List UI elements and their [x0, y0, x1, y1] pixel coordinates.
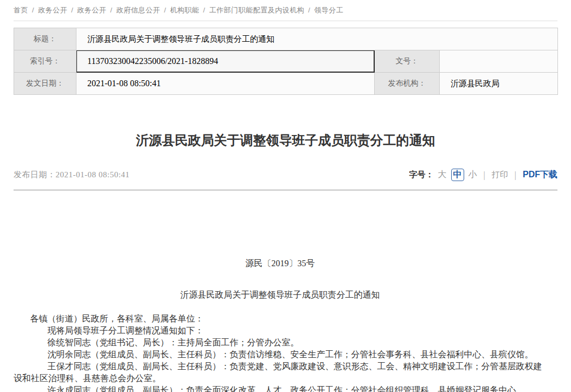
breadcrumb-separator: / [203, 6, 206, 14]
breadcrumb-item[interactable]: 首页 [14, 6, 28, 14]
pdf-download-button[interactable]: PDF下载 [523, 169, 557, 181]
document-paragraph: 王保才同志（党组成员、副局长、主任科员）：负责党建、党风廉政建设、意识形态、工会… [14, 361, 547, 384]
toolbar-separator: | [515, 170, 516, 180]
breadcrumb-separator: / [71, 6, 73, 14]
article-toolbar: 字号： 大 中 小 | 打印 | PDF下载 [409, 169, 557, 181]
breadcrumb-item[interactable]: 政府信息公开 [116, 6, 160, 14]
font-size-medium-button[interactable]: 中 [451, 169, 464, 181]
breadcrumb-separator: / [32, 6, 34, 14]
table-row: 发文日期： 2021-01-08 08:50:41 发布机构： 沂源县民政局 [14, 73, 558, 95]
breadcrumb-item[interactable]: 领导分工 [314, 6, 343, 14]
font-size-small-button[interactable]: 小 [469, 169, 477, 181]
table-row: 标题： 沂源县民政局关于调整领导班子成员职责分工的通知 [14, 28, 558, 50]
breadcrumb-item[interactable]: 政务公开 [77, 6, 106, 14]
breadcrumb-divider [14, 21, 557, 21]
publish-date-label: 发布日期： [14, 170, 56, 179]
index-number-label: 索引号： [14, 50, 76, 73]
breadcrumb-separator: / [110, 6, 112, 14]
font-size-large-button[interactable]: 大 [438, 169, 447, 181]
breadcrumb: 首页/政务公开/政务公开/政府信息公开/机构职能/工作部门职能配置及内设机构/领… [14, 0, 557, 15]
title-value: 沂源县民政局关于调整领导班子成员职责分工的通知 [76, 28, 558, 50]
publish-org-label: 发布机构： [375, 73, 440, 95]
breadcrumb-item[interactable]: 机构职能 [170, 6, 200, 14]
toolbar-separator: | [484, 170, 485, 180]
document-paragraph: 许永成同志（党组成员、副局长）：负责全面深化改革、人才、政务公开工作；分管社会组… [14, 384, 547, 392]
document-paragraph: 现将局领导班子分工调整情况通知如下： [14, 325, 547, 337]
title-label: 标题： [14, 28, 76, 50]
publish-org-value: 沂源县民政局 [440, 73, 558, 95]
breadcrumb-item[interactable]: 工作部门职能配置及内设机构 [209, 6, 305, 14]
document-meta-table: 标题： 沂源县民政局关于调整领导班子成员职责分工的通知 索引号： 1137032… [14, 28, 558, 95]
document-paragraph: 各镇（街道）民政所，各科室、局属各单位： [14, 313, 547, 325]
table-row: 索引号： 113703230042235006/2021-1828894 文号： [14, 50, 558, 73]
print-button[interactable]: 打印 [492, 170, 508, 180]
page-title: 沂源县民政局关于调整领导班子成员职责分工的通知 [14, 132, 557, 149]
document-body: 源民〔2019〕35号 沂源县民政局关于调整领导班子成员职责分工的通知 各镇（街… [14, 190, 557, 392]
font-size-label: 字号： [409, 170, 434, 180]
index-number-value: 113703230042235006/2021-1828894 [76, 50, 375, 73]
document-ref-number: 源民〔2019〕35号 [14, 258, 547, 269]
issue-date-label: 发文日期： [14, 73, 76, 95]
document-inner-title: 沂源县民政局关于调整领导班子成员职责分工的通知 [14, 289, 547, 301]
doc-number-value [440, 50, 558, 73]
document-paragraph: 徐统智同志（党组书记、局长）：主持局全面工作；分管办公室。 [14, 337, 547, 349]
breadcrumb-separator: / [164, 6, 166, 14]
doc-number-label: 文号： [375, 50, 440, 73]
issue-date-value: 2021-01-08 08:50:41 [76, 73, 375, 95]
page: 首页/政务公开/政务公开/政府信息公开/机构职能/工作部门职能配置及内设机构/领… [0, 0, 571, 392]
publish-date-value: 2021-01-08 08:50:41 [56, 170, 130, 179]
document-paragraphs: 各镇（街道）民政所，各科室、局属各单位：现将局领导班子分工调整情况通知如下：徐统… [14, 313, 547, 392]
breadcrumb-separator: / [308, 6, 310, 14]
document-paragraph: 沈明余同志（党组成员、副局长、主任科员）：负责信访维稳、安全生产工作；分管社会事… [14, 349, 547, 361]
article-meta-row: 发布日期：2021-01-08 08:50:41 字号： 大 中 小 | 打印 … [14, 169, 557, 181]
breadcrumb-item[interactable]: 政务公开 [38, 6, 67, 14]
publish-date: 发布日期：2021-01-08 08:50:41 [14, 170, 130, 180]
